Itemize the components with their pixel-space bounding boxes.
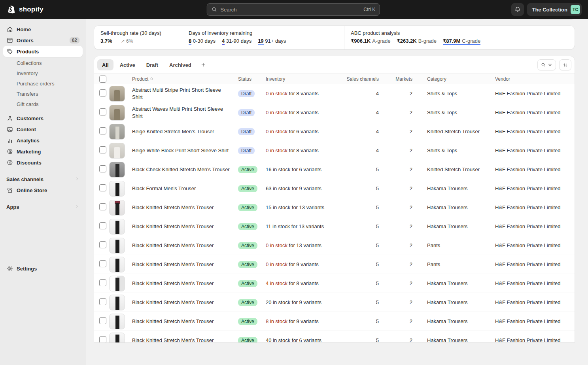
product-name-link[interactable]: Abstract Multi Stripe Print Short Sleeve… (132, 87, 238, 101)
search-filter-button[interactable] (537, 59, 556, 70)
row-checkbox[interactable] (99, 127, 106, 134)
shopify-logo[interactable]: shopify (0, 4, 50, 15)
sidebar-item-products[interactable]: Products (3, 46, 83, 57)
inventory-days-31-90-link[interactable]: 4 31-90 days (222, 38, 251, 44)
row-checkbox[interactable] (99, 89, 106, 96)
inventory-days-0-30-link[interactable]: 8 0-30 days (189, 38, 216, 44)
sidebar-item-inventory[interactable]: Inventory (3, 68, 83, 78)
tab-active[interactable]: Active (115, 59, 140, 70)
sales-channels-count: 4 (345, 148, 380, 153)
product-name-link[interactable]: Black Knitted Stretch Men's Trouser (132, 337, 219, 343)
sidebar-item-gift-cards[interactable]: Gift cards (3, 99, 83, 109)
column-header-inventory[interactable]: Inventory (266, 76, 345, 82)
discounts-icon (6, 159, 13, 166)
sell-through-delta: ↗ 6% (121, 38, 133, 44)
product-thumbnail[interactable] (109, 219, 125, 235)
status-badge: Draft (238, 128, 255, 135)
sidebar-item-purchase-orders[interactable]: Purchase orders (3, 78, 83, 89)
product-thumbnail[interactable] (109, 86, 125, 102)
row-checkbox[interactable] (99, 298, 106, 305)
row-checkbox[interactable] (99, 165, 106, 172)
sidebar-item-transfers[interactable]: Transfers (3, 89, 83, 99)
product-thumbnail[interactable] (109, 181, 125, 197)
sort-button[interactable] (559, 59, 571, 70)
sidebar-item-customers[interactable]: Customers (3, 113, 83, 124)
product-thumbnail[interactable] (109, 105, 125, 121)
notifications-button[interactable] (511, 3, 524, 16)
product-thumbnail[interactable] (109, 143, 125, 159)
product-thumbnail[interactable] (109, 257, 125, 272)
sales-channels-count: 5 (345, 204, 380, 210)
products-subnav: Collections Inventory Purchase orders Tr… (3, 58, 83, 109)
abc-b-grade-link[interactable]: ₹263.2KB-grade (397, 38, 436, 44)
tab-draft[interactable]: Draft (142, 59, 163, 70)
product-thumbnail[interactable] (109, 276, 125, 291)
sidebar-item-online-store[interactable]: Online Store (3, 185, 83, 196)
product-name-link[interactable]: Black Knitted Stretch Men's Trouser (132, 204, 219, 211)
sidebar-item-orders[interactable]: Orders 62 (3, 35, 83, 46)
row-checkbox[interactable] (99, 336, 106, 342)
apps-section[interactable]: Apps (3, 201, 83, 212)
product-thumbnail[interactable] (109, 200, 125, 216)
product-name-link[interactable]: Black Knitted Stretch Men's Trouser (132, 223, 219, 230)
product-name-link[interactable]: Black Check Knitted Stretch Men's Trouse… (132, 166, 235, 173)
sidebar-item-analytics[interactable]: Analytics (3, 135, 83, 146)
product-name-link[interactable]: Black Knitted Stretch Men's Trouser (132, 318, 219, 325)
sidebar-item-label: Home (17, 26, 31, 32)
row-checkbox[interactable] (99, 184, 106, 191)
column-header-status[interactable]: Status (238, 76, 266, 82)
product-thumbnail[interactable] (109, 333, 125, 343)
tab-archived[interactable]: Archived (164, 59, 196, 70)
abc-a-grade-link[interactable]: ₹906.1KA-grade (351, 38, 390, 44)
product-name-link[interactable]: Black Knitted Stretch Men's Trouser (132, 280, 219, 287)
column-header-sales-channels[interactable]: Sales channels (345, 76, 380, 82)
status-badge: Active (238, 166, 257, 173)
product-name-link[interactable]: Black Knitted Stretch Men's Trouser (132, 261, 219, 268)
table-header: Product Status Inventory Sales channels … (94, 74, 575, 84)
product-thumbnail[interactable] (109, 162, 125, 178)
markets-count: 2 (380, 204, 414, 210)
sales-channels-section[interactable]: Sales channels (3, 174, 83, 185)
sidebar-item-settings[interactable]: Settings (3, 263, 83, 274)
row-checkbox[interactable] (99, 260, 106, 267)
sidebar-item-content[interactable]: Content (3, 124, 83, 135)
product-name-link[interactable]: Beige Knitted Stretch Men's Trouser (132, 128, 220, 135)
row-checkbox[interactable] (99, 317, 106, 324)
row-checkbox[interactable] (99, 241, 106, 248)
product-thumbnail[interactable] (109, 238, 125, 253)
add-view-button[interactable] (198, 59, 209, 70)
abc-c-grade-link[interactable]: ₹87.9MC-grade (443, 38, 480, 45)
row-checkbox[interactable] (99, 108, 106, 115)
row-checkbox[interactable] (99, 222, 106, 229)
markets-count: 2 (380, 261, 414, 267)
product-name-link[interactable]: Abstract Waves Multi Print Short Sleeve … (132, 106, 238, 120)
vendor-text: H&F Fashion Private Limited (495, 148, 575, 153)
sidebar-item-collections[interactable]: Collections (3, 58, 83, 68)
column-header-category[interactable]: Category (414, 76, 495, 82)
row-checkbox[interactable] (99, 146, 106, 153)
column-header-markets[interactable]: Markets (380, 76, 414, 82)
select-all-checkbox[interactable] (99, 76, 106, 83)
sidebar-item-marketing[interactable]: Marketing (3, 146, 83, 157)
column-header-product[interactable]: Product (132, 76, 238, 82)
product-thumbnail[interactable] (109, 314, 125, 329)
store-menu-button[interactable]: The Collection TC (527, 3, 582, 16)
global-search[interactable]: Ctrl K (206, 3, 380, 16)
column-header-vendor[interactable]: Vendor (495, 76, 575, 82)
product-name-link[interactable]: Black Knitted Stretch Men's Trouser (132, 242, 219, 249)
inventory-days-91plus-link[interactable]: 19 91+ days (258, 38, 286, 44)
sidebar-item-discounts[interactable]: Discounts (3, 157, 83, 168)
search-input[interactable] (220, 7, 360, 13)
product-name-link[interactable]: Beige White Block Print Short Sleeve Shi… (132, 147, 234, 154)
vendor-text: H&F Fashion Private Limited (495, 91, 575, 96)
vendor-text: H&F Fashion Private Limited (495, 261, 575, 267)
row-checkbox[interactable] (99, 203, 106, 210)
tab-all[interactable]: All (97, 59, 113, 70)
sidebar-item-home[interactable]: Home (3, 24, 83, 35)
row-checkbox[interactable] (99, 279, 106, 286)
product-thumbnail[interactable] (109, 295, 125, 310)
table-row: Abstract Waves Multi Print Short Sleeve … (94, 103, 575, 122)
product-name-link[interactable]: Black Formal Men's Trouser (132, 185, 201, 192)
product-thumbnail[interactable] (109, 124, 125, 140)
product-name-link[interactable]: Black Knitted Stretch Men's Trouser (132, 299, 219, 306)
